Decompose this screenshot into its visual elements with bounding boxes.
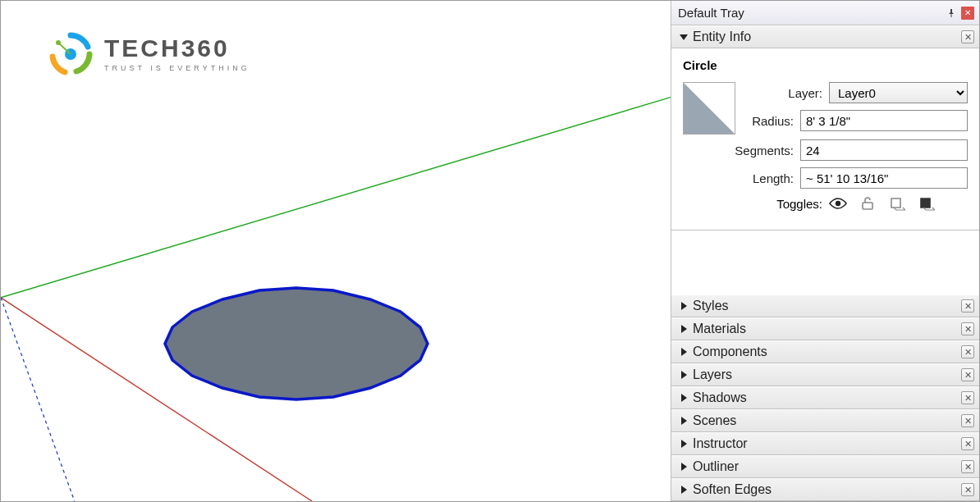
entity-info-body: Circle Layer: Layer0 Radius: Segments: [671,48,979,230]
panel-label: Layers [693,367,732,382]
svg-rect-11 [863,203,872,209]
panel-label: Soften Edges [693,482,772,497]
panel-close-icon[interactable]: ✕ [961,391,974,404]
panel-close-icon[interactable]: ✕ [961,322,974,335]
cast-shadows-toggle-icon[interactable] [888,195,906,212]
svg-marker-16 [681,394,687,402]
panel-close-icon[interactable]: ✕ [961,414,974,427]
panel-label: Outliner [693,459,739,474]
panel-header-soften-edges[interactable]: Soften Edges ✕ [671,478,979,501]
panel-label: Styles [693,299,729,313]
triangle-right-icon [678,325,689,333]
panel-label: Instructor [693,436,748,451]
collapsed-panels: Styles ✕ Materials ✕ Components ✕ Layers… [671,294,979,501]
panel-header-scenes[interactable]: Scenes ✕ [671,409,979,432]
svg-line-3 [1,298,75,501]
length-input[interactable] [800,167,968,189]
panel-header-outliner[interactable]: Outliner ✕ [671,455,979,478]
pin-icon[interactable] [945,7,958,20]
triangle-right-icon [678,348,689,356]
triangle-right-icon [678,463,689,471]
panel-header-entity-info[interactable]: Entity Info ✕ [671,25,979,48]
panel-close-icon[interactable]: ✕ [961,437,974,450]
tray-titlebar[interactable]: Default Tray ✕ [671,1,979,25]
panel-label: Entity Info [693,30,751,44]
svg-marker-20 [681,486,687,494]
tray-title-text: Default Tray [678,6,744,20]
visible-toggle-eye-icon[interactable] [829,195,847,212]
layer-select[interactable]: Layer0 [829,82,968,103]
panel-close-icon[interactable]: ✕ [961,460,974,473]
panel-label: Scenes [693,413,736,428]
triangle-right-icon [678,417,689,425]
logo: TECH360 TRUST IS EVERYTHING [47,30,250,78]
length-label: Length: [683,171,800,185]
triangle-right-icon [678,371,689,379]
panel-close-icon[interactable]: ✕ [961,30,974,43]
receive-shadows-toggle-icon[interactable] [918,195,936,212]
logo-mark-icon [47,30,94,78]
close-icon[interactable]: ✕ [961,7,974,20]
triangle-right-icon [678,486,689,494]
logo-brand: TECH360 [104,36,250,61]
svg-marker-7 [165,288,428,399]
svg-marker-17 [681,417,687,425]
logo-tagline: TRUST IS EVERYTHING [104,64,250,72]
material-thumbnail[interactable] [683,82,735,135]
panel-header-materials[interactable]: Materials ✕ [671,317,979,340]
panel-header-components[interactable]: Components ✕ [671,340,979,363]
svg-marker-15 [681,371,687,379]
panel-close-icon[interactable]: ✕ [961,345,974,358]
svg-marker-8 [680,34,688,40]
viewport-3d[interactable]: TECH360 TRUST IS EVERYTHING [1,1,671,501]
triangle-right-icon [678,394,689,402]
panel-header-instructor[interactable]: Instructor ✕ [671,432,979,455]
svg-line-0 [1,98,671,298]
lock-toggle-icon[interactable] [859,195,877,212]
panel-close-icon[interactable]: ✕ [961,299,974,313]
segments-input[interactable] [800,139,968,161]
panel-label: Shadows [693,390,747,405]
svg-line-6 [58,43,71,54]
default-tray: Default Tray ✕ Entity Info ✕ Circle [671,1,979,501]
panel-close-icon[interactable]: ✕ [961,368,974,381]
panel-header-shadows[interactable]: Shadows ✕ [671,386,979,409]
panel-close-icon[interactable]: ✕ [961,483,974,496]
triangle-right-icon [678,440,689,448]
panel-header-layers[interactable]: Layers ✕ [671,363,979,386]
panel-label: Components [693,345,767,359]
triangle-right-icon [678,302,689,310]
segments-label: Segments: [683,144,800,157]
svg-marker-14 [681,348,687,356]
panel-header-styles[interactable]: Styles ✕ [671,294,979,317]
svg-marker-18 [681,440,687,448]
panel-label: Materials [693,322,746,336]
svg-marker-12 [681,302,687,310]
triangle-down-icon [678,33,689,41]
entity-type: Circle [683,58,968,72]
svg-marker-9 [684,83,735,134]
svg-marker-19 [681,463,687,471]
drawn-circle-entity[interactable] [161,278,432,409]
toggles-label: Toggles: [683,197,829,211]
svg-marker-13 [681,325,687,333]
svg-point-10 [836,201,840,206]
radius-input[interactable] [800,110,968,131]
